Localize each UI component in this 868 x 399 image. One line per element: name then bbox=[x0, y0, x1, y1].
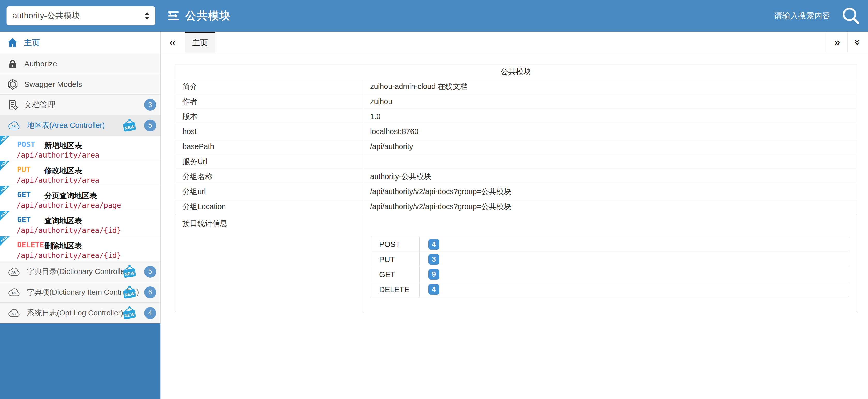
cloud-api-icon: API bbox=[7, 308, 21, 318]
stats-count-badge: 9 bbox=[428, 269, 439, 280]
lock-icon bbox=[7, 58, 18, 69]
sidebar-item-label: Swagger Models bbox=[24, 80, 82, 89]
table-row: 简介 zuihou-admin-cloud 在线文档 bbox=[175, 79, 857, 94]
sidebar-item-label: 主页 bbox=[24, 37, 40, 48]
tab-home[interactable]: 主页 bbox=[185, 32, 215, 53]
table-row: 服务Url bbox=[175, 154, 857, 169]
cloud-api-icon: API bbox=[7, 267, 21, 277]
new-tag-icon: NEW bbox=[121, 265, 138, 279]
sidebar-item-label: 文档管理 bbox=[24, 99, 55, 110]
svg-text:API: API bbox=[11, 312, 16, 315]
table-row: host localhost:8760 bbox=[175, 124, 857, 139]
sidebar-item-home[interactable]: 主页 bbox=[0, 32, 160, 54]
hexagon-model-icon bbox=[7, 79, 18, 90]
count-badge: 3 bbox=[144, 99, 156, 111]
endpoint-title: 新增地区表 bbox=[44, 141, 82, 151]
svg-text:API: API bbox=[11, 292, 16, 295]
table-row: 分组名称 authority-公共模块 bbox=[175, 169, 857, 184]
table-row: 分组Location /api/authority/v2/api-docs?gr… bbox=[175, 199, 857, 214]
endpoint-path: /api/authority/area/{id} bbox=[17, 251, 121, 260]
api-stats-table: POST 4 PUT 3 GET 9 DELETE 4 bbox=[371, 236, 848, 297]
endpoint-title: 分页查询地区表 bbox=[44, 191, 97, 201]
endpoint-item[interactable]: NEW POST 新增地区表 /api/authority/area bbox=[0, 136, 160, 161]
row-value: /api/authority/v2/api-docs?group=公共模块 bbox=[363, 184, 857, 199]
row-value: /api/authority bbox=[363, 139, 857, 154]
tabs-pulldown-button[interactable]: » bbox=[847, 32, 868, 53]
top-header-bar: authority-公共模块 公共模块 请输入搜索内容 bbox=[0, 0, 868, 32]
sidebar-item-label: Authorize bbox=[24, 59, 57, 68]
stats-method: DELETE bbox=[371, 282, 420, 297]
stats-method: POST bbox=[371, 237, 420, 252]
stats-count-badge: 3 bbox=[428, 254, 439, 265]
app-title: 公共模块 bbox=[167, 0, 231, 32]
cloud-api-icon: API bbox=[7, 121, 21, 131]
sidebar: 主页 Authorize Swagger Models 文档管理 3 API bbox=[0, 32, 160, 399]
sidebar-item-swagger-models[interactable]: Swagger Models bbox=[0, 74, 160, 95]
method-label: POST bbox=[17, 140, 35, 149]
chevron-down-icon: » bbox=[851, 39, 864, 45]
table-row: 作者 zuihou bbox=[175, 94, 857, 109]
row-label: 服务Url bbox=[175, 154, 363, 169]
controller-label: 系统日志(Opt Log Controller) bbox=[27, 308, 123, 318]
endpoint-title: 删除地区表 bbox=[44, 241, 82, 251]
tab-bar: « 主页 » » bbox=[160, 32, 868, 53]
search-input[interactable]: 请输入搜索内容 bbox=[774, 0, 860, 32]
sidebar-controller-opt-log[interactable]: API 系统日志(Opt Log Controller) NEW 4 bbox=[0, 303, 160, 323]
count-badge: 4 bbox=[144, 307, 156, 319]
new-corner-icon: NEW bbox=[0, 161, 9, 171]
new-corner-icon: NEW bbox=[0, 136, 9, 145]
sidebar-item-doc-manage[interactable]: 文档管理 3 bbox=[0, 95, 160, 115]
new-tag-icon: NEW bbox=[121, 285, 138, 300]
tabs-scroll-right-button[interactable]: » bbox=[827, 32, 847, 53]
table-title: 公共模块 bbox=[175, 64, 857, 79]
stats-row: POST 4 bbox=[371, 237, 848, 252]
endpoint-list: NEW POST 新增地区表 /api/authority/area NEW P… bbox=[0, 136, 160, 261]
tabs-scroll-left-button[interactable]: « bbox=[160, 32, 185, 53]
module-info-table: 公共模块 简介 zuihou-admin-cloud 在线文档 作者 zuiho… bbox=[175, 64, 857, 312]
controller-label: 字典目录(Dictionary Controller) bbox=[27, 266, 130, 277]
endpoint-item[interactable]: NEW DELETE 删除地区表 /api/authority/area/{id… bbox=[0, 236, 160, 261]
endpoint-item[interactable]: NEW GET 分页查询地区表 /api/authority/area/page bbox=[0, 186, 160, 211]
search-icon[interactable] bbox=[842, 6, 860, 25]
row-value: /api/authority/v2/api-docs?group=公共模块 bbox=[363, 199, 857, 214]
sidebar-controller-dictionary[interactable]: API 字典目录(Dictionary Controller) NEW 5 bbox=[0, 261, 160, 282]
table-row: basePath /api/authority bbox=[175, 139, 857, 154]
method-label: DELETE bbox=[17, 240, 44, 249]
document-gear-icon bbox=[7, 99, 18, 110]
row-label: 接口统计信息 bbox=[175, 214, 363, 312]
stats-method: PUT bbox=[371, 252, 420, 267]
row-label: 作者 bbox=[175, 94, 363, 109]
method-label: PUT bbox=[17, 165, 31, 174]
method-label: GET bbox=[17, 215, 31, 224]
row-label: 简介 bbox=[175, 79, 363, 94]
sidebar-controller-dictionary-item[interactable]: API 字典项(Dictionary Item Controller) NEW … bbox=[0, 282, 160, 303]
row-label: host bbox=[175, 124, 363, 139]
main-panel: « 主页 » » 公共模块 简介 zuihou-admin-cloud 在线文档… bbox=[160, 32, 868, 399]
endpoint-title: 修改地区表 bbox=[44, 166, 82, 176]
stats-row: DELETE 4 bbox=[371, 282, 848, 297]
new-tag-icon: NEW bbox=[121, 118, 138, 133]
count-badge: 5 bbox=[144, 119, 156, 132]
endpoint-item[interactable]: NEW PUT 修改地区表 /api/authority/area bbox=[0, 161, 160, 186]
table-row: 版本 1.0 bbox=[175, 109, 857, 124]
stats-row: PUT 3 bbox=[371, 252, 848, 267]
endpoint-title: 查询地区表 bbox=[44, 216, 82, 226]
sidebar-footer bbox=[0, 323, 160, 399]
controller-label: 地区表(Area Controller) bbox=[27, 120, 105, 131]
row-label: 分组url bbox=[175, 184, 363, 199]
new-corner-icon: NEW bbox=[0, 211, 9, 221]
sidebar-controller-area[interactable]: API 地区表(Area Controller) NEW 5 bbox=[0, 115, 160, 136]
search-placeholder: 请输入搜索内容 bbox=[774, 10, 830, 21]
group-select[interactable]: authority-公共模块 bbox=[6, 6, 155, 25]
sidebar-item-authorize[interactable]: Authorize bbox=[0, 54, 160, 74]
row-value bbox=[363, 154, 857, 169]
endpoint-item[interactable]: NEW GET 查询地区表 /api/authority/area/{id} bbox=[0, 211, 160, 236]
select-updown-icon bbox=[145, 12, 149, 20]
content-area: 公共模块 简介 zuihou-admin-cloud 在线文档 作者 zuiho… bbox=[160, 54, 868, 399]
endpoint-path: /api/authority/area/{id} bbox=[17, 226, 121, 235]
row-value: authority-公共模块 bbox=[363, 169, 857, 184]
page-title: 公共模块 bbox=[185, 8, 231, 23]
new-tag-icon: NEW bbox=[121, 306, 138, 320]
menu-arrows-icon bbox=[167, 10, 180, 22]
method-label: GET bbox=[17, 190, 31, 199]
